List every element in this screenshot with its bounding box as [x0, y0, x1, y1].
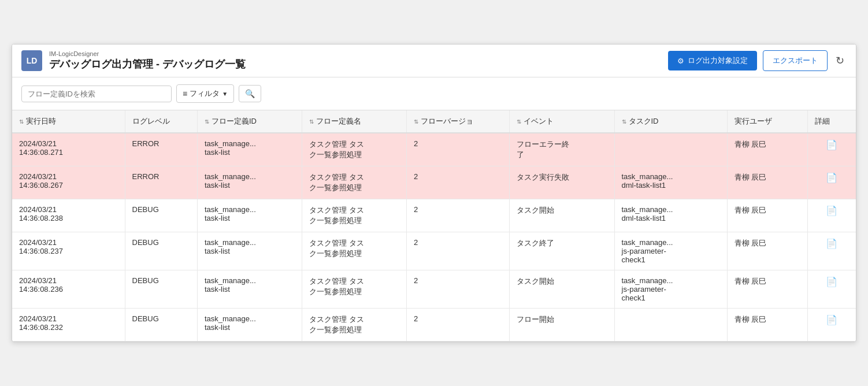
cell-task-id: task_manage...js-parameter-check1 — [614, 232, 727, 270]
refresh-icon: ↻ — [836, 55, 844, 66]
col-header-user: 実行ユーザ — [727, 110, 807, 133]
cell-flow-ver: 2 — [407, 309, 510, 342]
col-header-task-id[interactable]: ⇅タスクID — [614, 110, 727, 133]
cell-flow-name: タスク管理 タスク一覧参照処理 — [302, 133, 407, 166]
cell-task-id — [614, 133, 727, 166]
cell-detail[interactable]: 📄 — [807, 309, 856, 342]
cell-event: タスク開始 — [510, 270, 614, 309]
cell-user: 青柳 辰巳 — [727, 199, 807, 232]
table-body: 2024/03/2114:36:08.271ERRORtask_manage..… — [12, 133, 856, 342]
cell-date: 2024/03/2114:36:08.232 — [12, 309, 125, 342]
sort-icon: ⇅ — [19, 118, 24, 125]
cell-level: DEBUG — [125, 270, 197, 309]
cell-flow-ver: 2 — [407, 133, 510, 166]
main-window: LD IM-LogicDesigner デバッグログ出力管理 - デバッグログ一… — [12, 44, 856, 342]
cell-date: 2024/03/2114:36:08.236 — [12, 270, 125, 309]
cell-flow-name: タスク管理 タスク一覧参照処理 — [302, 270, 407, 309]
table-row: 2024/03/2114:36:08.232DEBUGtask_manage..… — [12, 309, 856, 342]
detail-icon[interactable]: 📄 — [826, 173, 837, 183]
cell-flow-ver: 2 — [407, 166, 510, 199]
cell-task-id: task_manage...dml-task-list1 — [614, 199, 727, 232]
cell-task-id: task_manage...js-parameter-check1 — [614, 270, 727, 309]
table-row: 2024/03/2114:36:08.267ERRORtask_manage..… — [12, 166, 856, 199]
sort-icon: ⇅ — [205, 118, 209, 125]
cell-level: DEBUG — [125, 232, 197, 270]
col-header-level: ログレベル — [125, 110, 197, 133]
sort-icon: ⇅ — [414, 118, 418, 125]
cell-user: 青柳 辰巳 — [727, 166, 807, 199]
cell-detail[interactable]: 📄 — [807, 133, 856, 166]
cell-flow-id: task_manage...task-list — [197, 309, 302, 342]
cell-task-id: task_manage...dml-task-list1 — [614, 166, 727, 199]
cell-user: 青柳 辰巳 — [727, 232, 807, 270]
detail-icon[interactable]: 📄 — [826, 206, 837, 216]
gear-icon: ⚙ — [677, 57, 684, 65]
detail-icon[interactable]: 📄 — [826, 315, 837, 325]
cell-flow-name: タスク管理 タスク一覧参照処理 — [302, 309, 407, 342]
cell-event: タスク開始 — [510, 199, 614, 232]
header: LD IM-LogicDesigner デバッグログ出力管理 - デバッグログ一… — [12, 44, 856, 77]
cell-flow-ver: 2 — [407, 232, 510, 270]
cell-flow-id: task_manage...task-list — [197, 232, 302, 270]
search-button[interactable]: 🔍 — [239, 85, 261, 102]
table-header-row: ⇅実行日時 ログレベル ⇅フロー定義ID ⇅フロー定義名 ⇅フローバージョ ⇅イ… — [12, 110, 856, 133]
cell-level: DEBUG — [125, 309, 197, 342]
cell-level: ERROR — [125, 133, 197, 166]
export-button[interactable]: エクスポート — [763, 50, 828, 71]
cell-detail[interactable]: 📄 — [807, 166, 856, 199]
sort-icon: ⇅ — [309, 118, 314, 125]
table-row: 2024/03/2114:36:08.236DEBUGtask_manage..… — [12, 270, 856, 309]
detail-icon[interactable]: 📄 — [826, 239, 837, 248]
sort-icon: ⇅ — [517, 118, 521, 125]
col-header-date[interactable]: ⇅実行日時 — [12, 110, 125, 133]
cell-user: 青柳 辰巳 — [727, 309, 807, 342]
table-row: 2024/03/2114:36:08.271ERRORtask_manage..… — [12, 133, 856, 166]
cell-detail[interactable]: 📄 — [807, 232, 856, 270]
cell-date: 2024/03/2114:36:08.238 — [12, 199, 125, 232]
table-container: ⇅実行日時 ログレベル ⇅フロー定義ID ⇅フロー定義名 ⇅フローバージョ ⇅イ… — [12, 110, 856, 342]
cell-detail[interactable]: 📄 — [807, 270, 856, 309]
cell-event: フロー開始 — [510, 309, 614, 342]
table-row: 2024/03/2114:36:08.237DEBUGtask_manage..… — [12, 232, 856, 270]
cell-flow-ver: 2 — [407, 270, 510, 309]
app-logo: LD — [21, 50, 42, 71]
title-block: IM-LogicDesigner デバッグログ出力管理 - デバッグログ一覧 — [49, 50, 246, 71]
refresh-button[interactable]: ↻ — [833, 52, 847, 69]
cell-user: 青柳 辰巳 — [727, 270, 807, 309]
log-settings-button[interactable]: ⚙ ログ出力対象設定 — [668, 51, 757, 70]
cell-user: 青柳 辰巳 — [727, 133, 807, 166]
col-header-flow-name[interactable]: ⇅フロー定義名 — [302, 110, 407, 133]
cell-date: 2024/03/2114:36:08.267 — [12, 166, 125, 199]
toolbar: ≡ フィルタ ▼ 🔍 — [12, 77, 856, 110]
filter-icon: ≡ — [183, 89, 187, 98]
cell-detail[interactable]: 📄 — [807, 199, 856, 232]
chevron-down-icon: ▼ — [222, 91, 228, 97]
log-table: ⇅実行日時 ログレベル ⇅フロー定義ID ⇅フロー定義名 ⇅フローバージョ ⇅イ… — [12, 110, 856, 342]
cell-flow-id: task_manage...task-list — [197, 166, 302, 199]
cell-flow-name: タスク管理 タスク一覧参照処理 — [302, 166, 407, 199]
search-input[interactable] — [21, 86, 172, 102]
cell-date: 2024/03/2114:36:08.237 — [12, 232, 125, 270]
cell-event: タスク終了 — [510, 232, 614, 270]
cell-level: DEBUG — [125, 199, 197, 232]
cell-date: 2024/03/2114:36:08.271 — [12, 133, 125, 166]
page-title: デバッグログ出力管理 - デバッグログ一覧 — [49, 57, 246, 71]
col-header-detail: 詳細 — [807, 110, 856, 133]
col-header-flow-ver[interactable]: ⇅フローバージョ — [407, 110, 510, 133]
col-header-flow-id[interactable]: ⇅フロー定義ID — [197, 110, 302, 133]
col-header-event[interactable]: ⇅イベント — [510, 110, 614, 133]
detail-icon[interactable]: 📄 — [826, 277, 837, 287]
sort-icon: ⇅ — [622, 118, 626, 125]
cell-level: ERROR — [125, 166, 197, 199]
cell-flow-id: task_manage...task-list — [197, 270, 302, 309]
app-name: IM-LogicDesigner — [49, 50, 246, 57]
table-row: 2024/03/2114:36:08.238DEBUGtask_manage..… — [12, 199, 856, 232]
filter-button[interactable]: ≡ フィルタ ▼ — [176, 84, 234, 103]
detail-icon[interactable]: 📄 — [826, 140, 837, 150]
cell-flow-name: タスク管理 タスク一覧参照処理 — [302, 199, 407, 232]
header-actions: ⚙ ログ出力対象設定 エクスポート ↻ — [668, 50, 847, 71]
cell-flow-id: task_manage...task-list — [197, 199, 302, 232]
cell-flow-name: タスク管理 タスク一覧参照処理 — [302, 232, 407, 270]
cell-event: タスク実行失敗 — [510, 166, 614, 199]
search-icon: 🔍 — [245, 89, 255, 98]
